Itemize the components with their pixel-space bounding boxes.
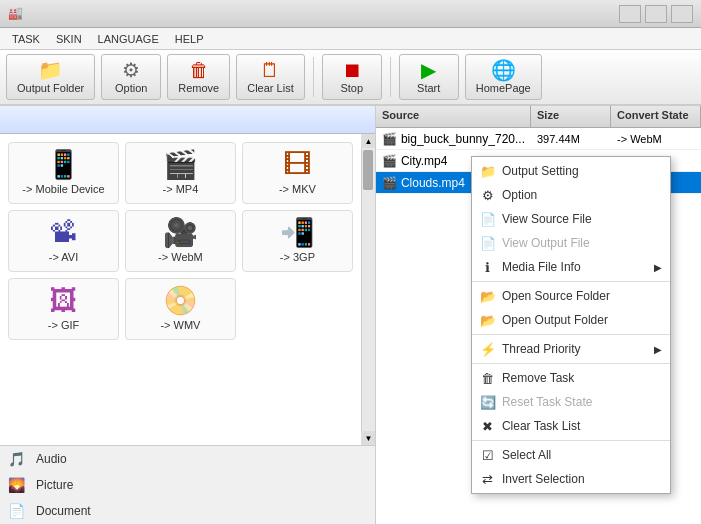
scroll-up[interactable]: ▲ [361,134,375,148]
menu-item-task[interactable]: TASK [4,31,48,47]
ctx-thread-priority[interactable]: ⚡Thread Priority▶ [472,337,670,361]
toolbar: 📁Output Folder⚙Option🗑Remove🗒Clear List⏹… [0,50,701,106]
gif-icon: 🖼 [49,287,77,315]
stop-button[interactable]: ⏹Stop [322,54,382,100]
sep1 [472,281,670,282]
sep2 [472,334,670,335]
left-panel-header [0,106,375,134]
invert-selection-icon: ⇄ [480,472,496,487]
maximize-button[interactable] [645,5,667,23]
audio-icon: 🎵 [8,451,25,467]
file-icon: 🎬 [382,176,397,190]
document-icon: 📄 [8,503,25,519]
avi-label: -> AVI [49,251,78,263]
start-button[interactable]: ▶Start [399,54,459,100]
filename: Clouds.mp4 [401,176,465,190]
cell-size: 397.44M [531,131,611,147]
table-row[interactable]: 🎬big_buck_bunny_720...397.44M-> WebM [376,128,701,150]
stop-icon: ⏹ [342,60,362,80]
context-menu: 📁Output Setting⚙Option📄View Source File📄… [471,156,671,494]
menu-item-skin[interactable]: SKIN [48,31,90,47]
webm-icon: 🎥 [163,219,198,247]
clear-task-list-label: Clear Task List [502,419,662,433]
ctx-invert-selection[interactable]: ⇄Invert Selection [472,467,670,491]
mkv-icon: 🎞 [283,151,311,179]
webm-label: -> WebM [158,251,203,263]
menu-item-language[interactable]: LANGUAGE [90,31,167,47]
homepage-label: HomePage [476,82,531,94]
picture-label: Picture [36,478,73,492]
format-grid-wrapper: 📱-> Mobile Device🎬-> MP4🎞-> MKV📽-> AVI🎥-… [0,134,375,445]
mobile-icon: 📱 [46,151,81,179]
cell-source: 🎬big_buck_bunny_720... [376,130,531,148]
scroll-thumb[interactable] [363,150,373,190]
open-output-folder-icon: 📂 [480,313,496,328]
remove-button[interactable]: 🗑Remove [167,54,230,100]
ctx-option[interactable]: ⚙Option [472,183,670,207]
option-icon: ⚙ [480,188,496,203]
menu-bar: TASKSKINLANGUAGEHELP [0,28,701,50]
remove-icon: 🗑 [189,60,209,80]
output-folder-button[interactable]: 📁Output Folder [6,54,95,100]
ctx-open-source-folder[interactable]: 📂Open Source Folder [472,284,670,308]
media-file-info-icon: ℹ [480,260,496,275]
media-file-info-arrow-icon: ▶ [654,262,662,273]
main-area: 📱-> Mobile Device🎬-> MP4🎞-> MKV📽-> AVI🎥-… [0,106,701,524]
ctx-reset-task-state: 🔄Reset Task State [472,390,670,414]
ctx-view-source-file[interactable]: 📄View Source File [472,207,670,231]
clear-list-label: Clear List [247,82,293,94]
ctx-media-file-info[interactable]: ℹMedia File Info▶ [472,255,670,279]
clear-task-list-icon: ✖ [480,419,496,434]
clear-list-button[interactable]: 🗒Clear List [236,54,304,100]
format-item-avi[interactable]: 📽-> AVI [8,210,119,272]
3gp-label: -> 3GP [280,251,315,263]
sidebar-item-picture[interactable]: 🌄Picture [0,472,375,498]
minimize-button[interactable] [619,5,641,23]
document-label: Document [36,504,91,518]
thread-priority-icon: ⚡ [480,342,496,357]
option-label: Option [502,188,662,202]
sep3 [472,363,670,364]
select-all-icon: ☑ [480,448,496,463]
format-item-mkv[interactable]: 🎞-> MKV [242,142,353,204]
homepage-icon: 🌐 [491,60,516,80]
scroll-down[interactable]: ▼ [361,431,375,445]
sidebar-item-audio[interactable]: 🎵Audio [0,446,375,472]
close-button[interactable] [671,5,693,23]
format-item-3gp[interactable]: 📲-> 3GP [242,210,353,272]
mp4-label: -> MP4 [163,183,199,195]
ctx-select-all[interactable]: ☑Select All [472,443,670,467]
view-output-file-label: View Output File [502,236,662,250]
sep4 [472,440,670,441]
ctx-clear-task-list[interactable]: ✖Clear Task List [472,414,670,438]
format-item-webm[interactable]: 🎥-> WebM [125,210,236,272]
wmv-label: -> WMV [160,319,200,331]
ctx-remove-task[interactable]: 🗑Remove Task [472,366,670,390]
thread-priority-label: Thread Priority [502,342,648,356]
menu-item-help[interactable]: HELP [167,31,212,47]
open-source-folder-label: Open Source Folder [502,289,662,303]
3gp-icon: 📲 [280,219,315,247]
ctx-open-output-folder[interactable]: 📂Open Output Folder [472,308,670,332]
picture-icon: 🌄 [8,477,25,493]
cell-state: -> WebM [611,131,701,147]
format-item-mobile[interactable]: 📱-> Mobile Device [8,142,119,204]
homepage-button[interactable]: 🌐HomePage [465,54,542,100]
file-icon: 🎬 [382,154,397,168]
format-item-gif[interactable]: 🖼-> GIF [8,278,119,340]
invert-selection-label: Invert Selection [502,472,662,486]
open-source-folder-icon: 📂 [480,289,496,304]
vertical-scrollbar[interactable]: ▲ ▼ [361,134,375,445]
app-icon: 🏭 [8,6,24,22]
sidebar-item-document[interactable]: 📄Document [0,498,375,524]
scroll-track[interactable] [362,148,375,431]
ctx-output-setting[interactable]: 📁Output Setting [472,159,670,183]
clear-list-icon: 🗒 [260,60,280,80]
format-item-mp4[interactable]: 🎬-> MP4 [125,142,236,204]
remove-label: Remove [178,82,219,94]
remove-task-icon: 🗑 [480,371,496,386]
format-item-wmv[interactable]: 📀-> WMV [125,278,236,340]
option-button[interactable]: ⚙Option [101,54,161,100]
view-output-file-icon: 📄 [480,236,496,251]
toolbar-sep [313,57,314,97]
